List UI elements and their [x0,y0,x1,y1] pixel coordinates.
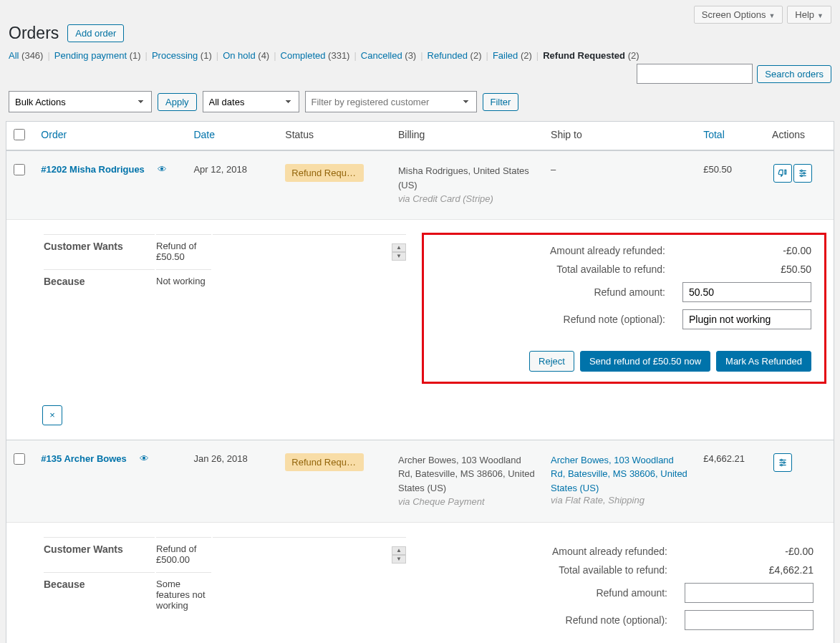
billing-address: Misha Rodrigues, United States (US) [398,165,529,190]
svg-point-1 [801,170,802,171]
because-label: Because [44,269,155,293]
ship-address: – [551,164,556,175]
search-orders-input[interactable] [637,64,753,84]
col-total[interactable]: Total [703,129,725,140]
order-date: Apr 12, 2018 [186,150,278,219]
screen-options-button[interactable]: Screen Options▼ [694,6,783,24]
order-date: Jan 26, 2018 [186,440,278,522]
available-refund-value: £50.50 [682,264,811,275]
stepper-down[interactable]: ▼ [392,252,406,261]
order-link[interactable]: #1202 Misha Rodrigues [41,164,145,175]
available-refund-label: Total available to refund: [435,564,685,576]
separator: | [420,50,423,61]
customer-wants-value: Refund of £500.00 [156,537,211,571]
refund-note-input[interactable] [685,610,814,630]
row-checkbox[interactable] [14,164,25,175]
caret-down-icon: ▼ [768,12,775,19]
filter-button[interactable]: Filter [483,93,519,111]
separator: | [145,50,148,61]
order-link[interactable]: #135 Archer Bowes [41,453,126,464]
status-count: (1) [130,50,141,61]
caret-down-icon: ▼ [817,12,824,19]
separator: | [216,50,218,61]
page-title: Orders [9,24,59,43]
separator: | [47,50,49,61]
status-tab[interactable]: Cancelled [361,50,402,61]
separator: | [354,50,356,61]
status-count: (2) [628,50,639,61]
status-filter-tabs: All (346)|Pending payment (1)|Processing… [0,50,840,91]
preview-icon[interactable]: 👁 [140,453,149,464]
stepper-down[interactable]: ▼ [392,555,406,564]
customer-wants-label: Customer Wants [44,234,155,268]
settings-icon-button[interactable] [773,453,792,472]
refund-note-label: Refund note (optional): [435,614,685,626]
billing-via: via Cheque Payment [398,496,485,507]
available-refund-value: £4,662.21 [685,564,814,576]
ship-address-link[interactable]: Archer Bowes, 103 Woodland Rd, Batesvill… [551,455,687,493]
customer-filter-select[interactable]: Filter by registered customer [305,91,477,112]
refund-amount-label: Refund amount: [435,587,685,599]
reject-button[interactable]: Reject [529,351,574,372]
status-count: (2) [470,50,482,61]
refund-amount-label: Refund amount: [437,286,682,298]
status-tab[interactable]: Pending payment [54,50,127,61]
status-tab[interactable]: Failed [493,50,518,61]
status-count: (1) [201,50,212,61]
refund-note-input[interactable] [682,309,811,329]
customer-wants-value: Refund of £50.50 [156,234,211,268]
billing-via: via Credit Card (Stripe) [398,193,493,204]
col-shipto: Ship to [544,122,696,150]
because-label: Because [44,572,155,617]
select-all-checkbox[interactable] [14,129,25,140]
status-tab[interactable]: On hold [223,50,256,61]
svg-point-9 [783,461,785,463]
bulk-actions-select[interactable]: Bulk Actions [9,91,152,112]
preview-icon[interactable]: 👁 [158,164,167,175]
separator: | [536,50,539,61]
status-tab[interactable]: Completed [281,50,326,61]
stepper-up[interactable]: ▲ [392,546,406,555]
status-count: (346) [21,50,43,61]
col-date[interactable]: Date [193,129,215,140]
status-badge: Refund Reques... [285,453,364,471]
search-orders-button[interactable]: Search orders [757,65,831,83]
customer-wants-label: Customer Wants [44,537,155,571]
reject-icon-button[interactable] [773,164,792,183]
separator: | [486,50,488,61]
settings-icon-button[interactable] [793,164,812,183]
refund-amount-input[interactable] [682,282,811,302]
order-close-row: × [6,397,834,440]
col-status: Status [278,122,391,150]
status-tab[interactable]: Processing [152,50,198,61]
row-checkbox[interactable] [14,453,25,465]
refund-amount-input[interactable] [685,583,814,603]
col-order[interactable]: Order [41,129,67,140]
help-label: Help [795,9,814,20]
help-button[interactable]: Help▼ [787,6,831,24]
svg-point-5 [801,175,802,176]
order-expand-row: Customer WantsRefund of £500.00▲▼Because… [6,522,834,644]
apply-button[interactable]: Apply [158,93,197,111]
refund-panel: Amount already refunded:-£0.00Total avai… [422,536,826,644]
date-filter-select[interactable]: All dates [203,91,299,112]
add-order-button[interactable]: Add order [67,24,124,42]
mark-refunded-button[interactable]: Mark As Refunded [716,351,811,372]
already-refunded-label: Amount already refunded: [437,245,682,256]
status-badge: Refund Reques... [285,164,364,182]
order-total: £50.50 [696,150,765,219]
status-tab[interactable]: Refunded [428,50,468,61]
because-value: Not working [156,269,211,293]
collapse-button[interactable]: × [42,405,62,425]
status-count: (331) [328,50,349,61]
stepper-up[interactable]: ▲ [392,243,406,252]
status-tab[interactable]: All [9,50,19,61]
send-refund-button[interactable]: Send refund of £50.50 now [580,351,710,372]
col-billing: Billing [391,122,544,150]
billing-address: Archer Bowes, 103 Woodland Rd, Batesvill… [398,455,535,493]
already-refunded-value: -£0.00 [685,546,814,557]
refund-panel: Amount already refunded:-£0.00Total avai… [422,233,826,384]
order-total: £4,662.21 [696,440,765,522]
status-count: (3) [405,50,416,61]
order-row: #135 Archer Bowes👁Jan 26, 2018Refund Req… [6,440,834,522]
